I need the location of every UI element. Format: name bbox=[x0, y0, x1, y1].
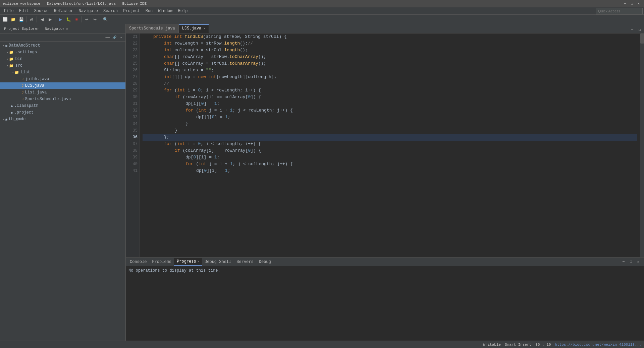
toolbar-sep-5 bbox=[100, 16, 100, 22]
tab-label: SportsSchedule.java bbox=[129, 26, 175, 31]
java-file-icon: J bbox=[21, 77, 24, 81]
link-with-editor-icon[interactable]: 🔗 bbox=[111, 34, 117, 41]
code-line-21: private int findLCS ( String strRow, Str… bbox=[143, 33, 637, 40]
toolbar-forward[interactable]: ▶ bbox=[46, 16, 54, 23]
arrow-icon: ▾ bbox=[7, 64, 8, 68]
menu-run[interactable]: Run bbox=[143, 8, 156, 14]
maximize-button[interactable]: □ bbox=[629, 1, 635, 6]
code-line-34: } bbox=[143, 121, 637, 127]
bottom-tabs: Console Problems Progress ✕ Debug Shell … bbox=[126, 258, 644, 266]
toolbar-save[interactable]: 💾 bbox=[17, 16, 25, 23]
line-num-39: 39 bbox=[126, 154, 138, 161]
line-num-40: 40 bbox=[126, 161, 138, 167]
tree-item-settings[interactable]: ▸ 📁 .settings bbox=[0, 49, 125, 56]
toolbar-sep-4 bbox=[82, 16, 82, 22]
progress-tab-close-icon[interactable]: ✕ bbox=[198, 260, 199, 263]
blog-link[interactable]: https://blog.csdn.net/weixin_4160118... bbox=[555, 343, 641, 347]
code-line-25: char [] colArray = strCol. toCharArray (… bbox=[143, 60, 637, 67]
code-line-36: }; bbox=[143, 134, 637, 141]
line-num-41: 41 bbox=[126, 167, 138, 174]
tree-label: bin bbox=[15, 57, 22, 61]
tree-label: juihh.java bbox=[25, 77, 49, 81]
tree-item-src[interactable]: ▾ 📁 src bbox=[0, 62, 125, 69]
tree-item-sportsschedule[interactable]: J SportsSchedule.java bbox=[0, 96, 125, 102]
tab-debug-shell[interactable]: Debug Shell bbox=[202, 258, 234, 266]
tree-item-dataandstruct[interactable]: ▾ ◉ DataAndStruct bbox=[0, 42, 125, 49]
code-line-27: int [][] dp = new int [rowLength][colLen… bbox=[143, 74, 637, 80]
tree-item-list[interactable]: ▾ 📁 List bbox=[0, 69, 125, 76]
line-num-29: 29 bbox=[126, 87, 138, 94]
tab-servers[interactable]: Servers bbox=[234, 258, 256, 266]
code-content[interactable]: private int findLCS ( String strRow, Str… bbox=[140, 33, 640, 257]
tab-navigator[interactable]: Navigator ✕ bbox=[42, 25, 71, 32]
menu-search[interactable]: Search bbox=[101, 8, 120, 14]
line-num-37: 37 bbox=[126, 141, 138, 147]
tree-item-lcs[interactable]: J LCS.java bbox=[0, 82, 125, 89]
tree-item-bin[interactable]: ▸ 📁 bin bbox=[0, 56, 125, 62]
explorer-tabs: Project Explorer Navigator ✕ bbox=[0, 24, 125, 33]
tab-problems[interactable]: Problems bbox=[149, 258, 174, 266]
cursor-position: 36 : 10 bbox=[535, 343, 551, 347]
menu-help[interactable]: Help bbox=[175, 8, 191, 14]
tab-lcs[interactable]: LCS.java ✕ bbox=[179, 24, 209, 33]
tab-debug[interactable]: Debug bbox=[256, 258, 274, 266]
tab-sportsschedule[interactable]: SportsSchedule.java bbox=[126, 24, 179, 33]
toolbar-new[interactable]: ⬜ bbox=[1, 16, 9, 23]
tree-label: .settings bbox=[15, 50, 37, 55]
tab-close-icon[interactable]: ✕ bbox=[203, 26, 205, 30]
tab-progress[interactable]: Progress ✕ bbox=[174, 258, 202, 266]
editor-maximize-icon[interactable]: □ bbox=[637, 27, 643, 33]
editor-scrollbar[interactable] bbox=[640, 33, 644, 257]
folder-icon: 📁 bbox=[9, 50, 14, 55]
tree-item-tbgmdc[interactable]: ▸ ◉ tb_gmdc bbox=[0, 116, 125, 123]
bottom-panel-minimize-icon[interactable]: ─ bbox=[621, 259, 627, 265]
toolbar-undo[interactable]: ↩ bbox=[83, 16, 91, 23]
left-panel: Project Explorer Navigator ✕ ⟸ 🔗 ▾ ▾ ◉ D… bbox=[0, 24, 126, 341]
toolbar-redo[interactable]: ↪ bbox=[91, 16, 99, 23]
toolbar-debug[interactable]: 🐛 bbox=[65, 16, 72, 23]
close-button[interactable]: ✕ bbox=[636, 1, 641, 6]
menu-file[interactable]: File bbox=[1, 8, 16, 14]
toolbar-search[interactable]: 🔍 bbox=[102, 16, 109, 23]
arrow-icon: ▾ bbox=[3, 44, 4, 48]
tree-item-juihh[interactable]: J juihh.java bbox=[0, 76, 125, 82]
tab-console[interactable]: Console bbox=[127, 258, 149, 266]
line-num-35: 35 bbox=[126, 127, 138, 134]
toolbar-back[interactable]: ◀ bbox=[38, 16, 46, 23]
quick-access-input[interactable] bbox=[596, 8, 643, 14]
tree-item-classpath[interactable]: ◆ .classpath bbox=[0, 102, 125, 109]
keyword-private: private bbox=[153, 33, 174, 40]
folder-icon: 📁 bbox=[9, 57, 14, 61]
progress-tab-label: Progress bbox=[177, 259, 196, 264]
toolbar-run[interactable]: ▶ bbox=[57, 16, 64, 23]
view-menu-icon[interactable]: ▾ bbox=[118, 34, 124, 41]
code-editor[interactable]: 21 22 23 24 25 26 27 28 29 30 31 32 33 3… bbox=[126, 33, 644, 257]
minimize-button[interactable]: ─ bbox=[623, 1, 628, 6]
code-line-23: int colLength = strCol. length (); bbox=[143, 47, 637, 54]
toolbar-sep-3 bbox=[55, 16, 55, 22]
classpath-file-icon: ◆ bbox=[11, 104, 13, 108]
menu-edit[interactable]: Edit bbox=[16, 8, 32, 14]
bottom-panel-close-icon[interactable]: ✕ bbox=[635, 259, 641, 265]
bottom-panel-maximize-icon[interactable]: □ bbox=[628, 259, 634, 265]
tab-project-explorer[interactable]: Project Explorer bbox=[1, 25, 42, 32]
menu-window[interactable]: Window bbox=[155, 8, 175, 14]
toolbar-stop[interactable]: ■ bbox=[73, 16, 80, 23]
navigator-close-icon[interactable]: ✕ bbox=[66, 27, 68, 31]
editor-minimize-icon[interactable]: ─ bbox=[629, 27, 635, 33]
tree-item-project-file[interactable]: ◆ .project bbox=[0, 109, 125, 116]
collapse-all-icon[interactable]: ⟸ bbox=[105, 34, 111, 41]
menu-navigate[interactable]: Navigate bbox=[76, 8, 101, 14]
code-line-33: dp[j][ 0 ] = 1 ; bbox=[143, 114, 637, 121]
right-area: SportsSchedule.java LCS.java ✕ ─ □ 21 22… bbox=[126, 24, 644, 341]
menu-source[interactable]: Source bbox=[32, 8, 51, 14]
tree-item-listjava[interactable]: J List.java bbox=[0, 89, 125, 96]
status-bar: Writable Smart Insert 36 : 10 https://bl… bbox=[0, 341, 644, 348]
tree-label: LCS.java bbox=[25, 83, 45, 88]
menu-project[interactable]: Project bbox=[120, 8, 143, 14]
toolbar-print[interactable]: 🖨 bbox=[28, 16, 35, 23]
no-operations-message: No operations to display at this time. bbox=[128, 268, 220, 273]
menu-refactor[interactable]: Refactor bbox=[51, 8, 76, 14]
menu-bar: File Edit Source Refactor Navigate Searc… bbox=[0, 7, 644, 15]
toolbar-open[interactable]: 📁 bbox=[9, 16, 17, 23]
